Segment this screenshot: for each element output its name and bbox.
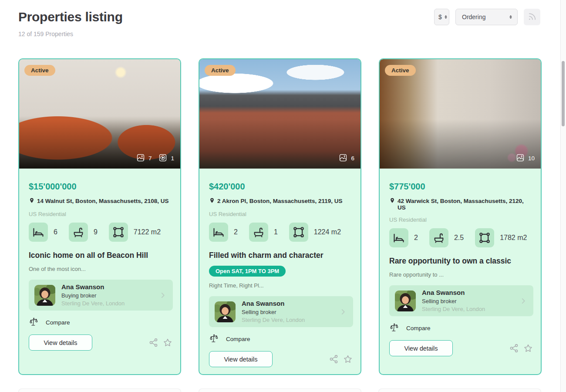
property-card: Active 10 $775'000 42 Warwick St, Boston… [379, 58, 542, 375]
agent-company: Sterling De Vere, London [422, 306, 512, 313]
photo-icon [136, 153, 145, 163]
listing-description: Right Time, Right Pl... [209, 282, 264, 289]
media-counts: 6 [339, 153, 354, 163]
view-details-button[interactable]: View details [209, 351, 273, 367]
area-feature: 1782 m2 [475, 228, 527, 247]
property-card: Active 7 1 $15'000'000 14 Walnut St, [18, 58, 181, 375]
open-house-badge: Open SAT, 1PM TO 3PM [209, 266, 286, 277]
chevron-right-icon [158, 291, 168, 300]
next-row-card-stub [199, 389, 361, 392]
agent-card[interactable]: Ana Swanson Buying broker Sterling De Ve… [29, 280, 173, 311]
properties-listing-page: Properties listing 12 of 159 Properties … [0, 0, 566, 392]
address-text: 14 Walnut St, Boston, Massachusetts, 210… [37, 198, 169, 204]
photo-icon [516, 153, 525, 163]
agent-info: Ana Swanson Selling broker Sterling De V… [242, 300, 332, 324]
status-badge: Active [385, 65, 416, 76]
baths-value: 9 [94, 228, 98, 236]
area-icon [109, 223, 128, 242]
scales-icon [209, 334, 219, 345]
address: 42 Warwick St, Boston, Massachusetts, 21… [389, 198, 531, 211]
agent-name: Ana Swanson [242, 300, 332, 308]
favorite-star-icon[interactable] [343, 354, 353, 365]
agent-role: Selling broker [422, 298, 512, 305]
agent-card[interactable]: Ana Swanson Selling broker Sterling De V… [209, 296, 353, 327]
view-details-button[interactable]: View details [389, 340, 453, 356]
agent-company: Sterling De Vere, London [61, 300, 152, 307]
share-icon[interactable] [509, 343, 519, 353]
agent-card[interactable]: Ana Swanson Selling broker Sterling De V… [389, 285, 533, 316]
area-value: 7122 m2 [134, 228, 161, 236]
share-icon[interactable] [148, 338, 158, 348]
media-counts: 10 [516, 153, 535, 163]
currency-select-value: $ [438, 14, 442, 20]
favorite-star-icon[interactable] [523, 343, 533, 354]
beds-value: 6 [54, 228, 57, 236]
address: 2 Akron Pl, Boston, Massachusetts, 2119,… [209, 198, 343, 205]
card-body: $775'000 42 Warwick St, Boston, Massachu… [380, 169, 541, 356]
card-body: $15'000'000 14 Walnut St, Boston, Massac… [19, 169, 180, 351]
share-icon[interactable] [329, 354, 339, 364]
scrollbar-thumb[interactable] [562, 61, 565, 126]
address-text: 42 Warwick St, Boston, Massachusetts, 21… [398, 198, 531, 211]
chevron-right-icon [338, 307, 348, 317]
beds-feature: 2 [389, 228, 418, 247]
features-row: 2 2.5 1782 m2 [389, 228, 527, 247]
compare-toggle[interactable]: Compare [389, 323, 431, 334]
baths-feature: 9 [69, 223, 98, 242]
baths-value: 2.5 [454, 234, 464, 242]
bed-icon [209, 223, 228, 242]
ordering-select[interactable]: Ordering [455, 9, 518, 25]
compare-label: Compare [406, 325, 431, 331]
listing-title: Filled with charm and character [209, 251, 323, 260]
card-body: $420'000 2 Akron Pl, Boston, Massachuset… [199, 169, 360, 367]
avatar [34, 285, 55, 306]
scales-icon [389, 323, 399, 334]
view-details-button[interactable]: View details [29, 335, 92, 351]
agent-name: Ana Swanson [61, 283, 152, 291]
compare-toggle[interactable]: Compare [29, 317, 70, 328]
toolbar: $ Ordering [434, 9, 540, 25]
compare-toggle[interactable]: Compare [209, 334, 250, 345]
property-photo[interactable]: Active 7 1 [19, 59, 180, 169]
beds-feature: 6 [29, 223, 57, 242]
action-icons [329, 354, 353, 365]
category-label: US Residential [389, 216, 427, 223]
map-pin-icon [29, 198, 35, 205]
scrollbar-track[interactable] [560, 0, 566, 392]
select-arrows-icon [444, 14, 448, 20]
map-pin-icon [209, 198, 215, 205]
listing-description: One of the most icon... [29, 266, 86, 272]
video-count: 1 [158, 153, 174, 163]
next-row-card-stub [18, 389, 181, 392]
address: 14 Walnut St, Boston, Massachusetts, 210… [29, 198, 169, 205]
card-actions: View details [29, 335, 173, 351]
currency-select[interactable]: $ [434, 9, 449, 25]
property-cards-row: Active 7 1 $15'000'000 14 Walnut St, [18, 58, 542, 375]
listing-description: Rare opportunity to ... [389, 271, 444, 278]
card-actions: View details [389, 340, 533, 356]
property-photo[interactable]: Active 10 [380, 59, 541, 169]
category-label: US Residential [29, 211, 66, 217]
photo-count: 7 [136, 153, 152, 163]
rss-icon [527, 11, 537, 23]
beds-value: 2 [414, 234, 418, 242]
action-icons [509, 343, 533, 354]
select-arrows-icon [509, 14, 513, 20]
beds-feature: 2 [209, 223, 238, 242]
avatar [395, 291, 416, 311]
agent-info: Ana Swanson Buying broker Sterling De Ve… [61, 283, 152, 307]
compare-label: Compare [46, 319, 70, 326]
area-feature: 7122 m2 [109, 223, 161, 242]
baths-feature: 1 [249, 223, 278, 242]
property-photo[interactable]: Active 6 [199, 59, 360, 169]
results-count: 12 of 159 Properties [18, 30, 123, 37]
beds-value: 2 [234, 228, 238, 236]
bath-icon [69, 223, 88, 242]
rss-feed-button[interactable] [524, 9, 540, 25]
status-badge: Active [205, 65, 236, 76]
favorite-star-icon[interactable] [162, 338, 173, 348]
features-row: 2 1 1224 m2 [209, 223, 341, 242]
area-icon [289, 223, 308, 242]
bed-icon [389, 228, 408, 247]
area-feature: 1224 m2 [289, 223, 341, 242]
